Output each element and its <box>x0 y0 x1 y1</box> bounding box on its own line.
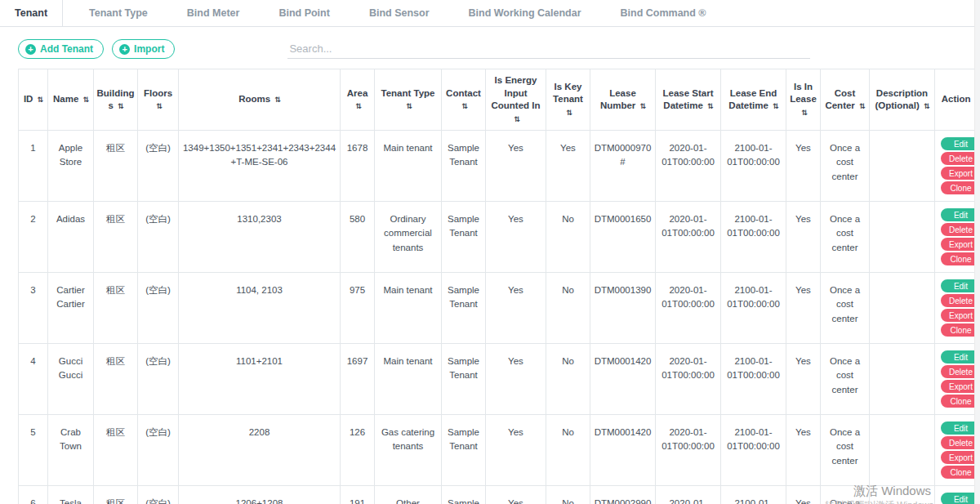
cell-is-key-tenant: No <box>546 202 590 273</box>
cell-cost-center: Once a cost center <box>821 486 870 504</box>
column-header-buildings[interactable]: Buildings ⇅ <box>94 69 138 131</box>
column-header-tenant-type[interactable]: Tenant Type ⇅ <box>375 69 442 131</box>
column-header-rooms[interactable]: Rooms ⇅ <box>179 69 341 131</box>
column-header-lease-start-datetime[interactable]: Lease Start Datetime ⇅ <box>656 69 721 131</box>
import-label: Import <box>134 43 164 55</box>
cell-description <box>870 486 935 504</box>
cell-rooms: 1104, 2103 <box>179 273 341 344</box>
column-header-is-in-lease[interactable]: Is In Lease ⇅ <box>786 69 821 131</box>
plus-circle-icon: + <box>119 44 130 55</box>
cell-floors: (空白) <box>138 131 179 202</box>
column-header-floors[interactable]: Floors ⇅ <box>138 69 179 131</box>
sort-icon: ⇅ <box>355 102 361 110</box>
column-header-is-energy-input-counted-in[interactable]: Is Energy Input Counted In ⇅ <box>486 69 546 131</box>
tab-bind-point[interactable]: Bind Point <box>264 0 345 26</box>
tenant-table-body: 1Apple Store租区(空白)1349+1350+1351+2341+23… <box>19 131 980 504</box>
cell-area: 580 <box>341 202 375 273</box>
sort-icon: ⇅ <box>406 102 412 110</box>
table-header-row: ID ⇅ Name ⇅ Buildings ⇅ Floors ⇅ Rooms ⇅… <box>19 69 980 131</box>
cell-lease-end-datetime: 2100-01-01T00:00:00 <box>721 202 786 273</box>
cell-rooms: 1101+2101 <box>179 344 341 415</box>
cell-cost-center: Once a cost center <box>821 273 870 344</box>
tab-bind-command[interactable]: Bind Command ® <box>606 0 721 26</box>
tab-tenant[interactable]: Tenant <box>0 0 63 26</box>
column-header-id[interactable]: ID ⇅ <box>19 69 48 131</box>
cell-id: 3 <box>19 273 48 344</box>
column-header-is-key-tenant[interactable]: Is Key Tenant ⇅ <box>546 69 590 131</box>
add-tenant-button[interactable]: + Add Tenant <box>18 39 104 59</box>
cell-buildings: 租区 <box>94 273 138 344</box>
cell-floors: (空白) <box>138 344 179 415</box>
cell-is-energy-input-counted-in: Yes <box>486 486 546 504</box>
cell-is-in-lease: Yes <box>786 273 821 344</box>
cell-description <box>870 344 935 415</box>
cell-area: 1678 <box>341 131 375 202</box>
cell-tenant-type: Main tenant <box>375 273 442 344</box>
cell-name: Tesla <box>48 486 94 504</box>
column-header-contact[interactable]: Contact ⇅ <box>442 69 486 131</box>
cell-buildings: 租区 <box>94 202 138 273</box>
cell-name: Adidas <box>48 202 94 273</box>
sort-icon: ⇅ <box>461 102 467 110</box>
column-header-action[interactable]: Action ⇅ <box>935 69 980 131</box>
sort-icon: ⇅ <box>82 96 88 104</box>
tab-bind-meter[interactable]: Bind Meter <box>172 0 255 26</box>
column-header-lease-end-datetime[interactable]: Lease End Datetime ⇅ <box>721 69 786 131</box>
cell-lease-number: DTM0001390 <box>590 273 656 344</box>
toolbar: + Add Tenant + Import <box>0 27 980 69</box>
cell-tenant-type: Ordinary commercial tenants <box>375 202 442 273</box>
cell-area: 1697 <box>341 344 375 415</box>
vertical-scrollbar[interactable] <box>974 0 980 504</box>
cell-id: 6 <box>19 486 48 504</box>
search-input[interactable] <box>287 39 810 59</box>
tenant-table: ID ⇅ Name ⇅ Buildings ⇅ Floors ⇅ Rooms ⇅… <box>18 69 980 504</box>
table-row: 4Gucci Gucci租区(空白)1101+21011697Main tena… <box>19 344 980 415</box>
column-header-cost-center[interactable]: Cost Center ⇅ <box>821 69 870 131</box>
cell-lease-number: DTM0001650 <box>590 202 656 273</box>
tab-bind-sensor[interactable]: Bind Sensor <box>354 0 444 26</box>
cell-lease-number: DTM0000970# <box>590 131 656 202</box>
table-row: 3Cartier Cartier租区(空白)1104, 2103975Main … <box>19 273 980 344</box>
tab-tenant-type[interactable]: Tenant Type <box>74 0 163 26</box>
column-header-lease-number[interactable]: Lease Number ⇅ <box>590 69 656 131</box>
cell-id: 4 <box>19 344 48 415</box>
column-header-name[interactable]: Name ⇅ <box>48 69 94 131</box>
column-header-description[interactable]: Description (Optional) ⇅ <box>870 69 935 131</box>
cell-lease-end-datetime: 2100-01-01T00:00:00 <box>721 415 786 486</box>
cell-is-key-tenant: No <box>546 344 590 415</box>
plus-circle-icon: + <box>25 44 36 55</box>
cell-description <box>870 273 935 344</box>
cell-actions: EditDeleteExportClone <box>935 486 980 504</box>
cell-is-key-tenant: No <box>546 273 590 344</box>
cell-id: 5 <box>19 415 48 486</box>
sort-icon: ⇅ <box>156 102 162 110</box>
cell-tenant-type: Main tenant <box>375 131 442 202</box>
cell-is-energy-input-counted-in: Yes <box>486 273 546 344</box>
cell-tenant-type: Other commercial tenants <box>375 486 442 504</box>
import-button[interactable]: + Import <box>112 39 175 59</box>
cell-lease-end-datetime: 2100-01-01T00:00:00 <box>721 486 786 504</box>
cell-contact: Sample Tenant <box>442 202 486 273</box>
tab-bar: Tenant Tenant Type Bind Meter Bind Point… <box>0 0 980 27</box>
cell-actions: EditDeleteExportClone <box>935 273 980 344</box>
cell-tenant-type: Gas catering tenants <box>375 415 442 486</box>
tab-bind-working-calendar[interactable]: Bind Working Calendar <box>454 0 596 26</box>
cell-cost-center: Once a cost center <box>821 415 870 486</box>
table-row: 6Tesla租区(空白)1206+1208191Other commercial… <box>19 486 980 504</box>
cell-area: 975 <box>341 273 375 344</box>
cell-is-energy-input-counted-in: Yes <box>486 415 546 486</box>
cell-lease-start-datetime: 2020-01-01T00:00:00 <box>656 486 721 504</box>
cell-is-energy-input-counted-in: Yes <box>486 344 546 415</box>
cell-lease-number: DTM0002990 <box>590 486 656 504</box>
sort-icon: ⇅ <box>274 96 280 104</box>
cell-cost-center: Once a cost center <box>821 202 870 273</box>
column-header-area[interactable]: Area ⇅ <box>341 69 375 131</box>
cell-is-key-tenant: No <box>546 415 590 486</box>
cell-contact: Sample Tenant <box>442 131 486 202</box>
cell-lease-start-datetime: 2020-01-01T00:00:00 <box>656 344 721 415</box>
cell-lease-start-datetime: 2020-01-01T00:00:00 <box>656 273 721 344</box>
cell-tenant-type: Main tenant <box>375 344 442 415</box>
cell-description <box>870 131 935 202</box>
cell-name: Apple Store <box>48 131 94 202</box>
add-tenant-label: Add Tenant <box>40 43 93 55</box>
